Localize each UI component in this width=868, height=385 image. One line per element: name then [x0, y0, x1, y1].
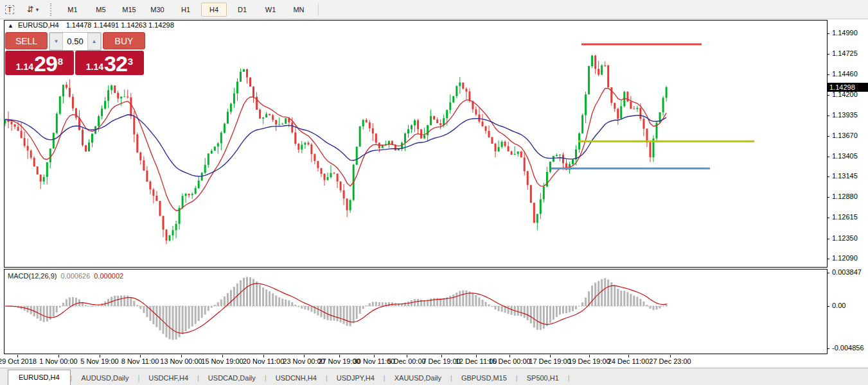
macd-histogram-bar: [607, 280, 609, 306]
candle-body: [233, 94, 235, 104]
price-axis-label: 1.14460: [832, 70, 858, 78]
candle-body: [98, 116, 100, 126]
macd-histogram-bar: [350, 306, 351, 326]
chart-tab-xauusd-daily[interactable]: XAUUSD,Daily: [385, 371, 450, 385]
timeframe-button-mn[interactable]: MN: [286, 3, 312, 17]
timeframe-button-m1[interactable]: M1: [60, 3, 85, 17]
chart-tabs-bar: EURUSD,H4|AUDUSD,Daily|USDCHF,H4|USDCAD,…: [0, 368, 868, 385]
timeframe-button-m15[interactable]: M15: [116, 3, 142, 17]
macd-histogram-bar: [182, 306, 184, 334]
macd-histogram-bar: [646, 305, 648, 306]
sell-button[interactable]: SELL: [5, 32, 48, 49]
macd-histogram-bar: [269, 291, 270, 306]
macd-histogram-bar: [85, 305, 87, 306]
macd-histogram-bar: [591, 286, 593, 306]
candle-body: [198, 180, 200, 188]
candle-body: [104, 101, 106, 108]
macd-histogram-bar: [411, 300, 412, 306]
candle-body: [301, 145, 303, 150]
candle-body: [53, 133, 55, 148]
macd-histogram-bar: [650, 306, 651, 309]
candle-body: [24, 138, 26, 146]
macd-histogram-bar: [623, 291, 625, 306]
sell-price-box[interactable]: 1.14 29 8: [5, 51, 74, 75]
macd-histogram-bar: [530, 306, 532, 323]
macd-histogram-bar: [501, 306, 503, 312]
price-axis-tick: [827, 74, 829, 75]
candle-body: [159, 201, 161, 216]
macd-histogram-bar: [433, 298, 435, 307]
candle-body: [191, 194, 193, 195]
macd-histogram-bar: [511, 306, 513, 315]
chart-tab-usdcad-daily[interactable]: USDCAD,Daily: [199, 371, 265, 385]
macd-histogram-bar: [556, 306, 558, 317]
chart-tab-usdchf-h4[interactable]: USDCHF,H4: [139, 371, 197, 385]
macd-histogram-bar: [281, 299, 283, 307]
candle-body: [536, 214, 538, 223]
candle-body: [163, 216, 164, 230]
text-tool-button[interactable]: T: [3, 2, 17, 17]
volume-down-button[interactable]: ▼: [49, 33, 63, 50]
candle-body: [201, 173, 203, 180]
macd-histogram-bar: [520, 306, 522, 316]
chart-tab-eurusd-h4[interactable]: EURUSD,H4: [8, 370, 71, 385]
macd-histogram-bar: [304, 306, 306, 309]
candle-body: [517, 151, 519, 154]
timeframe-button-h4[interactable]: H4: [201, 3, 227, 17]
price-axis[interactable]: 1.14298 1.149901.147251.144601.142001.13…: [828, 20, 868, 354]
volume-input[interactable]: 0.50: [63, 33, 87, 50]
volume-up-button[interactable]: ▲: [87, 33, 101, 50]
buy-button[interactable]: BUY: [103, 32, 145, 49]
timeframe-button-m5[interactable]: M5: [88, 3, 114, 17]
candle-body: [88, 142, 90, 151]
macd-histogram-bar: [214, 305, 216, 306]
date-axis[interactable]: 29 Oct 20181 Nov 00:005 Nov 19:008 Nov 1…: [0, 355, 868, 368]
macd-histogram-bar: [626, 292, 628, 306]
macd-histogram-bar: [459, 291, 461, 307]
macd-histogram-bar: [188, 306, 190, 329]
macd-histogram-bar: [130, 298, 132, 306]
toolbar-grip[interactable]: [50, 3, 55, 16]
timeframe-button-h1[interactable]: H1: [173, 3, 199, 17]
candle-body: [324, 174, 326, 180]
macd-histogram-bar: [262, 287, 264, 306]
macd-histogram-bar: [337, 306, 339, 321]
sell-price-pipette: 8: [58, 51, 63, 73]
macd-histogram-bar: [430, 298, 432, 306]
macd-histogram-bar: [220, 300, 222, 306]
toolbar-separator: [318, 3, 319, 16]
chevron-down-icon: ▾: [36, 6, 39, 13]
chart-tab-usdcnh-h4[interactable]: USDCNH,H4: [267, 371, 326, 385]
candle-body: [482, 122, 484, 126]
macd-histogram-bar: [656, 306, 658, 310]
chart-tab-sp500-h1[interactable]: SP500,H1: [518, 371, 568, 385]
chart-tab-gbpusd-m15[interactable]: GBPUSD,M15: [452, 371, 516, 385]
timeframe-button-m30[interactable]: M30: [145, 3, 170, 17]
timeframe-button-d1[interactable]: D1: [229, 3, 255, 17]
buy-price-box[interactable]: 1.14 32 3: [75, 51, 144, 75]
macd-histogram-bar: [285, 300, 287, 306]
macd-histogram-bar: [572, 306, 574, 311]
collapse-arrow-icon[interactable]: ▲: [8, 22, 13, 29]
candle-body: [650, 142, 651, 157]
macd-histogram-bar: [201, 306, 203, 318]
arrange-windows-button[interactable]: ⇵ ▾: [21, 2, 44, 17]
candle-body: [152, 189, 154, 196]
candle-body: [262, 117, 264, 119]
candle-body: [559, 155, 561, 155]
candle-body: [330, 173, 332, 178]
macd-chart[interactable]: [0, 269, 828, 354]
timeframe-button-w1[interactable]: W1: [258, 3, 283, 17]
macd-histogram-bar: [414, 299, 416, 306]
candle-body: [155, 196, 157, 201]
text-tool-icon: T: [5, 5, 15, 14]
chart-tab-usdjpy-h4[interactable]: USDJPY,H4: [328, 371, 384, 385]
macd-histogram-bar: [265, 289, 267, 306]
candle-body: [252, 87, 254, 97]
chart-tab-audusd-daily[interactable]: AUDUSD,Daily: [72, 371, 137, 385]
candle-body: [249, 78, 251, 87]
candle-body: [475, 109, 477, 114]
candle-body: [626, 92, 628, 101]
candle-body: [143, 160, 145, 171]
sell-price-main: 29: [34, 53, 57, 74]
